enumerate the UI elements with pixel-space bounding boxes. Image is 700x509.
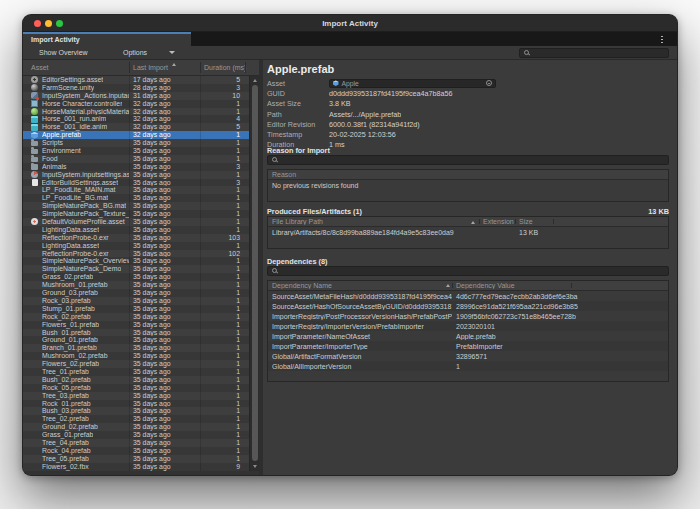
asset-list-row[interactable]: Animals 35 days ago 3 xyxy=(23,163,249,171)
asset-list-row[interactable]: ReflectionProbe-0.exr 35 days ago 103 xyxy=(23,234,249,242)
asset-list-row[interactable]: LightingData.asset 35 days ago 1 xyxy=(23,226,249,234)
asset-list-scrollbar[interactable] xyxy=(249,76,259,471)
dependency-row[interactable]: SourceAsset/MetaFileHash/d0ddd93953187fd… xyxy=(268,291,668,301)
asset-list-row[interactable]: Mushroom_01.prefab 35 days ago 1 xyxy=(23,281,249,289)
asset-list-row[interactable]: Scripts 35 days ago 1 xyxy=(23,139,249,147)
asset-list-row[interactable]: Tree_05.prefab 35 days ago 1 xyxy=(23,455,249,463)
asset-list-row[interactable]: Rock_01.prefab 35 days ago 1 xyxy=(23,400,249,408)
asset-list-row[interactable]: Grass_02.prefab 35 days ago 1 xyxy=(23,273,249,281)
asset-list-row[interactable]: Ground_03.prefab 35 days ago 1 xyxy=(23,289,249,297)
asset-list-row[interactable]: EditorBuildSettings.asset 35 days ago 3 xyxy=(23,179,249,187)
dependency-row[interactable]: Global/AllImporterVersion 1 xyxy=(268,361,668,371)
asset-name: Bush_02.prefab xyxy=(42,376,91,384)
column-header-duration[interactable]: Duration (ms) xyxy=(204,60,246,76)
asset-list-row[interactable]: Mushroom_02.prefab 35 days ago 1 xyxy=(23,352,249,360)
asset-duration: 1 xyxy=(200,171,249,179)
asset-list-row[interactable]: SimpleNaturePack_BG.mat 35 days ago 1 xyxy=(23,202,249,210)
column-header-file-library-path[interactable]: File Library Path xyxy=(268,218,479,225)
asset-list-row[interactable]: Stump_01.prefab 35 days ago 1 xyxy=(23,305,249,313)
asset-last-import: 35 days ago xyxy=(129,352,200,360)
asset-list-row[interactable]: FarmScene.unity 28 days ago 3 xyxy=(23,84,249,92)
column-header-dependency-name[interactable]: Dependency Name xyxy=(268,282,452,289)
asset-list-row[interactable]: Rock_02.prefab 35 days ago 1 xyxy=(23,313,249,321)
asset-last-import: 35 days ago xyxy=(129,407,200,415)
asset-list-row[interactable]: Horse_001_run.anim 32 days ago 4 xyxy=(23,115,249,123)
asset-list-row[interactable]: Tree_04.prefab 35 days ago 1 xyxy=(23,439,249,447)
asset-duration: 1 xyxy=(200,108,249,116)
asset-name: Rock_01.prefab xyxy=(42,400,91,408)
tab-import-activity[interactable]: Import Activity xyxy=(23,32,191,46)
asset-list-row[interactable]: LP_FoodLite_MAIN.mat 35 days ago 1 xyxy=(23,186,249,194)
asset-list-row[interactable]: Horse Character.controller 32 days ago 1 xyxy=(23,100,249,108)
asset-name: SimpleNaturePack_Overview xyxy=(42,257,129,265)
reason-row[interactable]: No previous revisions found xyxy=(268,180,668,190)
detail-search-input[interactable] xyxy=(533,49,664,57)
options-label: Options xyxy=(123,49,147,56)
dependency-row[interactable]: SourceAsset/HashOfSourceAssetByGUID/d0dd… xyxy=(268,301,668,311)
show-overview-button[interactable]: Show Overview xyxy=(39,46,88,59)
asset-list-row[interactable]: Ground_01.prefab 35 days ago 1 xyxy=(23,336,249,344)
asset-duration: 1 xyxy=(200,147,249,155)
scrollbar-thumb[interactable] xyxy=(252,85,258,461)
asset-list-row[interactable]: Bush_02.prefab 35 days ago 1 xyxy=(23,376,249,384)
asset-list-row[interactable]: DefaultVolumeProfile.asset 35 days ago 1 xyxy=(23,218,249,226)
asset-last-import: 35 days ago xyxy=(129,305,200,313)
asset-list-row[interactable]: Grass_01.prefab 35 days ago 1 xyxy=(23,431,249,439)
dependency-row[interactable]: ImportParameter/ImporterType PrefabImpor… xyxy=(268,341,668,351)
asset-list-row[interactable]: Rock_04.prefab 35 days ago 1 xyxy=(23,447,249,455)
options-dropdown[interactable]: Options xyxy=(123,46,175,59)
asset-list-row[interactable]: Rock_03.prefab 35 days ago 1 xyxy=(23,297,249,305)
asset-list-row[interactable]: Bush_01.prefab 35 days ago 1 xyxy=(23,329,249,337)
search-icon xyxy=(272,268,278,274)
asset-list-row[interactable]: Bush_03.prefab 35 days ago 1 xyxy=(23,407,249,415)
column-header-extension[interactable]: Extension xyxy=(479,218,515,225)
asset-list-row[interactable]: SimpleNaturePack_Overview 35 days ago 1 xyxy=(23,257,249,265)
asset-list-row[interactable]: Tree_03.prefab 35 days ago 1 xyxy=(23,392,249,400)
asset-list-row[interactable]: LP_FoodLite_BG.mat 35 days ago 1 xyxy=(23,194,249,202)
asset-list-row[interactable]: ReflectionProbe-0.exr 35 days ago 102 xyxy=(23,250,249,258)
asset-duration: 1 xyxy=(200,289,249,297)
dependencies-search-input[interactable] xyxy=(281,267,664,275)
artifact-row[interactable]: Library/Artifacts/8c/8c8d99ba889ae184fd4… xyxy=(268,227,668,237)
asset-list-row[interactable]: Flowers_02.prefab 35 days ago 1 xyxy=(23,360,249,368)
titlebar: Import Activity xyxy=(23,15,677,32)
reason-table-header[interactable]: Reason xyxy=(268,170,668,180)
column-separator xyxy=(200,62,201,73)
column-header-asset[interactable]: Asset xyxy=(31,60,49,76)
asset-object-field[interactable]: Apple xyxy=(329,79,496,88)
asset-duration: 1 xyxy=(200,273,249,281)
asset-duration: 1 xyxy=(200,439,249,447)
dependency-row[interactable]: ImportParameter/NameOfAsset Apple.prefab xyxy=(268,331,668,341)
asset-list-row[interactable]: HorseMaterial.physicMaterial 32 days ago… xyxy=(23,108,249,116)
asset-list-row[interactable]: Branch_01.prefab 35 days ago 1 xyxy=(23,344,249,352)
asset-list-row[interactable]: InputSystem.inputsettings.asset 35 days … xyxy=(23,171,249,179)
column-header-last-import[interactable]: Last Import xyxy=(133,60,176,76)
column-header-dependency-value[interactable]: Dependency Value xyxy=(452,282,668,289)
asset-duration: 1 xyxy=(200,447,249,455)
asset-list-row[interactable]: Tree_02.prefab 35 days ago 1 xyxy=(23,415,249,423)
reason-search-input[interactable] xyxy=(281,156,664,164)
dependency-row[interactable]: ImporterRegistry/ImporterVersion/PrefabI… xyxy=(268,321,668,331)
asset-list-row[interactable]: Apple.prefab 32 days ago 1 xyxy=(23,131,249,139)
asset-list-row[interactable]: Rock_05.prefab 35 days ago 1 xyxy=(23,384,249,392)
object-picker-icon[interactable] xyxy=(486,80,492,86)
asset-list-row[interactable]: Environment 35 days ago 1 xyxy=(23,147,249,155)
asset-list-row[interactable]: Flowers_01.prefab 35 days ago 1 xyxy=(23,321,249,329)
asset-list-row[interactable]: Tree_01.prefab 35 days ago 1 xyxy=(23,368,249,376)
asset-list-row[interactable]: InputSystem_Actions.inputactions 31 days… xyxy=(23,92,249,100)
window-menu-button[interactable] xyxy=(658,35,666,44)
asset-list-row[interactable]: SimpleNaturePack_Texture_01.png 35 days … xyxy=(23,210,249,218)
asset-list-row[interactable]: LightingData.asset 35 days ago 1 xyxy=(23,242,249,250)
sort-ascending-icon xyxy=(172,63,176,66)
asset-name: Tree_01.prefab xyxy=(42,368,89,376)
folder-icon xyxy=(31,149,38,155)
column-header-size[interactable]: Size xyxy=(515,218,553,225)
dependency-row[interactable]: Global/ArtifactFormatVersion 32896571 xyxy=(268,351,668,361)
dependency-row[interactable]: ImporterRegistry/PostProcessorVersionHas… xyxy=(268,311,668,321)
asset-list-row[interactable]: SimpleNaturePack_Demo 35 days ago 1 xyxy=(23,265,249,273)
asset-list-row[interactable]: Food 35 days ago 1 xyxy=(23,155,249,163)
asset-list-row[interactable]: Ground_02.prefab 35 days ago 1 xyxy=(23,423,249,431)
asset-list-row[interactable]: EditorSettings.asset 17 days ago 5 xyxy=(23,76,249,84)
asset-list-row[interactable]: Flowers_02.fbx 35 days ago 9 xyxy=(23,463,249,471)
asset-list-row[interactable]: Horse_001_idle.anim 32 days ago 5 xyxy=(23,123,249,131)
